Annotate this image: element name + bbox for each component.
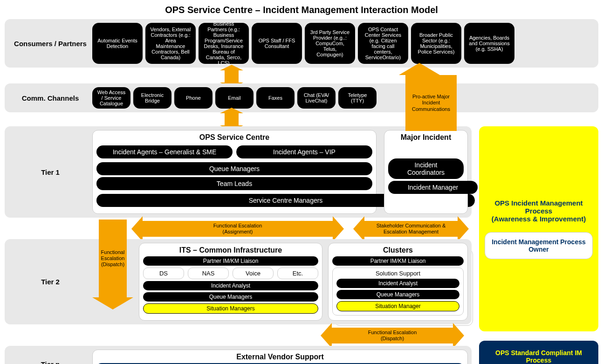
clusters-situation-manager: Situation Manager (336, 301, 459, 311)
its-sub-voice: Voice (233, 268, 274, 279)
its-situation-managers: Situation Managers (143, 303, 318, 314)
its-sub-label: Etc. (281, 270, 314, 277)
im-process-panel: OPS Incident Management Process (Awarene… (479, 126, 598, 331)
clusters-solution-support: Solution Support Incident Analyst Queue … (332, 268, 464, 316)
stakeholder-comm-arrow: Stakeholder Communication & Escalation M… (364, 221, 458, 237)
major-incident-group: Major Incident Incident Coordinators Inc… (384, 130, 468, 214)
comm-box: Chat (EVA/ LiveChat) (297, 87, 336, 109)
comm-box: Electronic Bridge (133, 87, 171, 109)
incident-coordinators: Incident Coordinators (388, 158, 464, 179)
consumer-box: OPS Contact Center Services (e.g. Citize… (358, 23, 408, 64)
consumer-box: Broader Public Sector (e.g.: Municipalit… (411, 23, 461, 64)
external-vendor-group: External Vendor Support Partner IM/KM Li… (92, 350, 468, 364)
tier1-band: Tier 1 OPS Service Centre Incident Agent… (5, 126, 472, 218)
service-centre-group: OPS Service Centre Incident Agents – Gen… (92, 130, 377, 214)
its-sub-label: Voice (237, 270, 269, 277)
its-sub-etc: Etc. (277, 268, 318, 279)
tiern-label: Tier n (8, 356, 92, 364)
its-sub-label: NAS (192, 270, 225, 277)
arrow-label: Functional Escalation (Dispatch) (99, 249, 127, 268)
functional-escalation-assignment-arrow: Functional Escalation (Assignment) (143, 221, 333, 237)
comm-label: Comm. Channels (8, 89, 92, 107)
external-vendor-title: External Vendor Support (96, 353, 464, 361)
arrow-label: Stakeholder Communication & Escalation M… (369, 223, 453, 235)
service-centre-title: OPS Service Centre (96, 133, 372, 142)
consumer-box: Vendors, External Contractors (e.g.: Are… (145, 23, 196, 64)
comm-box: Email (215, 87, 254, 109)
consumer-box: Business Partners (e.g.: Business Progra… (199, 23, 249, 64)
its-liaison: Partner IM/KM Liaison (143, 256, 318, 266)
functional-escalation-dispatch-left-arrow: Functional Escalation (Dispatch) (99, 220, 127, 297)
functional-escalation-dispatch-right-arrow: Functional Escalation (Dispatch) (332, 328, 453, 343)
right-column: OPS Incident Management Process (Awarene… (479, 126, 598, 364)
comm-box: Teletype (TTY) (338, 87, 377, 109)
team-leads: Team Leads (96, 177, 372, 190)
comm-box: Phone (174, 87, 212, 109)
its-incident-analyst: Incident Analyst (143, 281, 318, 290)
tier2-band: Tier 2 Functional Escalation (Dispatch) … (5, 239, 472, 324)
consumers-label: Consumers / Partners (8, 35, 92, 52)
comm-box: Web Access / Service Catalogue (92, 87, 130, 109)
comm-items: Web Access / Service Catalogue Electroni… (92, 87, 595, 109)
comm-box: Faxes (256, 87, 295, 109)
its-sub-ds: DS (143, 268, 184, 279)
its-title: ITS – Common Infrastructure (143, 246, 318, 254)
double-arrow-icon (225, 113, 239, 125)
clusters-solution-label: Solution Support (336, 270, 459, 277)
incident-agents-generalist: Incident Agents – Generalist & SME (96, 145, 233, 158)
consumer-box: Agencies, Boards and Commissions (e.g. S… (464, 23, 514, 64)
diagram-title: OPS Service Centre – Incident Management… (5, 5, 598, 15)
incident-manager: Incident Manager (388, 181, 478, 194)
consumer-box: Automatic Events Detection (92, 23, 143, 64)
clusters-title: Clusters (332, 246, 464, 254)
proactive-arrow-label: Pro-active Major Incident Communications (405, 94, 457, 112)
incident-agents-vip: Incident Agents – VIP (236, 145, 372, 158)
its-queue-managers: Queue Managers (143, 292, 318, 302)
double-arrow-icon (225, 70, 239, 82)
its-sub-label: DS (147, 270, 180, 277)
consumers-items: Automatic Events Detection Vendors, Exte… (92, 23, 595, 64)
arrow-label: Functional Escalation (Assignment) (152, 223, 323, 235)
comm-band: Comm. Channels Web Access / Service Cata… (5, 83, 598, 112)
tier1-label: Tier 1 (8, 130, 92, 214)
clusters-liaison: Partner IM/KM Liaison (332, 256, 464, 266)
consumer-box: 3rd Party Service Provider (e.g..: Compu… (305, 23, 355, 64)
major-incident-title: Major Incident (388, 133, 464, 142)
tiern-band: Tier n External Vendor Support Partner I… (5, 346, 472, 364)
tier2-label: Tier 2 (8, 243, 92, 321)
consumers-band: Consumers / Partners Automatic Events De… (5, 19, 598, 68)
im-process-head: OPS Incident Management Process (Awarene… (485, 199, 593, 223)
clusters-queue-managers: Queue Managers (336, 290, 459, 299)
arrow-label: Functional Escalation (Dispatch) (338, 330, 447, 342)
standard-compliant-panel: OPS Standard Compliant IM Process (479, 341, 598, 364)
its-sub-nas: NAS (188, 268, 229, 279)
im-process-owner: Incident Management Process Owner (485, 232, 593, 259)
consumer-box: OPS Staff / FFS Consultant (252, 23, 302, 64)
its-group: ITS – Common Infrastructure Partner IM/K… (139, 243, 322, 321)
proactive-arrow: Pro-active Major Incident Communications (405, 75, 457, 131)
clusters-incident-analyst: Incident Analyst (336, 279, 459, 288)
queue-managers: Queue Managers (96, 162, 372, 175)
clusters-group: Clusters Partner IM/KM Liaison Solution … (328, 243, 468, 321)
